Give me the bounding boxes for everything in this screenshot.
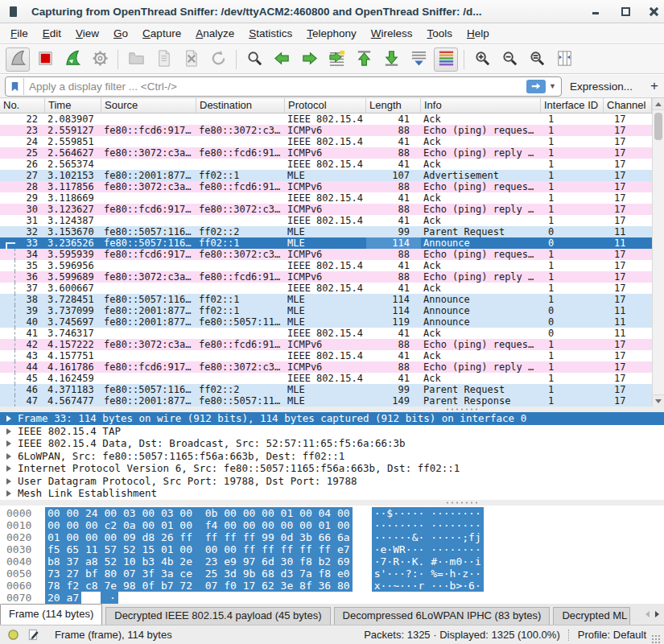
menu-item-tools[interactable]: Tools (420, 25, 460, 42)
detail-line[interactable]: IEEE 802.15.4 Data, Dst: Broadcast, Src:… (0, 437, 664, 450)
go-to-packet-button[interactable] (324, 47, 348, 72)
tab-scroll-left-icon[interactable] (642, 607, 652, 621)
apply-filter-button[interactable] (526, 80, 546, 93)
packet-row[interactable]: 373.600667IEEE 802.15.441Ack117 (0, 283, 664, 294)
packet-row[interactable]: 232.559127fe80::fcd6:917…fe80::3072:c3…I… (0, 125, 664, 136)
expander-icon[interactable] (6, 428, 11, 435)
menu-item-capture[interactable]: Capture (135, 25, 188, 42)
detail-line[interactable]: User Datagram Protocol, Src Port: 19788,… (0, 475, 664, 488)
menu-item-file[interactable]: File (3, 25, 35, 42)
packet-row[interactable]: 303.123627fe80::fcd6:917…fe80::3072:c3…I… (0, 204, 664, 215)
column-header-time[interactable]: Time (45, 98, 101, 113)
go-first-button[interactable] (352, 47, 376, 72)
packet-row[interactable]: 434.157751IEEE 802.15.441Ack117 (0, 350, 664, 361)
packet-row[interactable]: 273.102153fe80::2001:877…ff02::1MLE107Ad… (0, 170, 664, 181)
packet-row[interactable]: 424.157222fe80::3072:c3a…fe80::fcd6:91…I… (0, 339, 664, 350)
column-header-interface-id[interactable]: Interface ID (541, 98, 604, 113)
expression-button[interactable]: Expression... (570, 80, 633, 93)
scroll-down-button[interactable] (653, 394, 664, 407)
expert-info-icon[interactable] (6, 628, 20, 642)
capture-options-button[interactable] (88, 47, 112, 72)
filter-history-caret-icon[interactable]: ▼ (547, 82, 561, 90)
packet-row[interactable]: 252.564627fe80::3072:c3a…fe80::fcd6:91…I… (0, 147, 664, 159)
packet-row[interactable]: 222.083907IEEE 802.15.441Ack117 (0, 114, 664, 125)
hex-ascii[interactable]: ·e·WR··· ········ (372, 543, 484, 555)
byte-tab-3[interactable]: Decrypted ML (553, 607, 630, 625)
packet-row[interactable]: 293.118669IEEE 802.15.441Ack117 (0, 192, 664, 204)
scroll-thumb[interactable] (654, 113, 662, 140)
packet-row[interactable]: 444.161786fe80::fcd6:917…fe80::3072:c3…I… (0, 361, 664, 373)
hex-ascii[interactable]: ······&· ·····;fj (372, 531, 484, 543)
hex-bytes[interactable]: f5 65 11 57 52 15 01 00 00 00 ff ff ff f… (45, 543, 353, 555)
hex-bytes[interactable]: 20 a7 (45, 592, 81, 604)
packet-list-scrollbar[interactable] (652, 98, 664, 407)
detail-line[interactable]: Mesh Link Establishment (0, 487, 664, 500)
bookmark-icon[interactable] (6, 78, 24, 95)
hex-bytes[interactable]: 78 f2 c8 7e 98 0f b7 72 07 f0 17 62 3e 8… (45, 580, 353, 592)
hex-bytes[interactable]: b8 37 a8 52 10 b3 4b 2e 23 e9 97 6d 30 f… (45, 555, 353, 568)
menu-item-statistics[interactable]: Statistics (241, 25, 299, 42)
detail-line[interactable]: IEEE 802.15.4 TAP (0, 425, 664, 438)
expander-icon[interactable] (6, 465, 11, 472)
packet-row[interactable]: 383.728451fe80::5057:116…ff02::1MLE114An… (0, 294, 664, 305)
packet-row[interactable]: 413.746317IEEE 802.15.441Ack011 (0, 328, 664, 339)
stop-capture-button[interactable] (33, 47, 57, 72)
packet-row[interactable]: 242.559851IEEE 802.15.441Ack117 (0, 136, 664, 147)
expander-icon[interactable] (6, 440, 11, 447)
packet-row[interactable]: 464.371183fe80::5057:116…ff02::2MLE99Par… (0, 384, 664, 395)
byte-tab-2[interactable]: Decompressed 6LoWPAN IPHC (83 bytes) (334, 607, 551, 625)
column-header-protocol[interactable]: Protocol (285, 98, 366, 113)
hex-ascii[interactable]: ··$····· ········ (372, 507, 484, 519)
expander-icon[interactable] (6, 415, 11, 422)
go-back-button[interactable] (270, 47, 294, 72)
packet-row[interactable]: 474.567477fe80::2001:877…fe80::5057:11…M… (0, 395, 664, 407)
menu-item-analyze[interactable]: Analyze (188, 25, 241, 42)
status-profile[interactable]: Profile: Default (578, 629, 646, 641)
menu-item-wireless[interactable]: Wireless (364, 25, 420, 42)
hex-ascii[interactable]: · (101, 592, 118, 604)
find-packet-button[interactable] (242, 47, 266, 72)
resize-grip[interactable] (651, 634, 661, 644)
add-filter-button[interactable]: + (645, 78, 663, 94)
menu-item-go[interactable]: Go (106, 25, 135, 42)
restart-capture-button[interactable] (60, 47, 85, 72)
resize-columns-button[interactable] (552, 47, 576, 72)
details-bytes-splitter[interactable] (0, 500, 664, 506)
maximize-button[interactable] (621, 6, 630, 16)
start-capture-button[interactable] (6, 47, 30, 72)
packet-row[interactable]: 363.599689fe80::3072:c3a…fe80::fcd6:91…I… (0, 271, 664, 283)
hex-bytes[interactable]: 00 00 00 c2 0a 00 01 00 f4 00 00 00 00 0… (45, 519, 353, 531)
column-header-no[interactable]: No. (0, 98, 45, 113)
byte-tab-1[interactable]: Decrypted IEEE 802.15.4 payload (45 byte… (105, 607, 330, 625)
hex-ascii[interactable]: s'···?:· %=·h·z·· (372, 568, 484, 580)
menu-item-view[interactable]: View (68, 25, 106, 42)
expander-icon[interactable] (6, 453, 11, 460)
packet-row[interactable]: 262.565374IEEE 802.15.441Ack117 (0, 159, 664, 170)
expander-icon[interactable] (6, 490, 11, 497)
go-last-button[interactable] (379, 47, 403, 72)
packet-row[interactable]: 333.236526fe80::5057:116…ff02::1MLE114An… (0, 237, 664, 249)
column-header-source[interactable]: Source (101, 98, 196, 113)
display-filter-input[interactable] (24, 80, 526, 93)
go-forward-button[interactable] (297, 47, 321, 72)
packet-row[interactable]: 343.595939fe80::fcd6:917…fe80::3072:c3…I… (0, 249, 664, 260)
hex-bytes[interactable]: 01 00 00 00 09 d8 26 ff ff ff ff 99 0d 3… (45, 531, 353, 543)
hex-ascii[interactable]: x··~···r ···b>·6· (372, 580, 484, 592)
detail-line[interactable]: 6LoWPAN, Src: fe80::5057:1165:f56a:663b,… (0, 450, 664, 463)
byte-tab-0[interactable]: Frame (114 bytes) (0, 604, 102, 625)
menu-item-telephony[interactable]: Telephony (299, 25, 364, 42)
hex-bytes[interactable]: 73 27 bf 80 07 3f 3a ce 25 3d 9b 68 d3 7… (45, 568, 353, 580)
hex-ascii[interactable]: ········ ········ (372, 519, 484, 531)
zoom-out-button[interactable] (497, 47, 522, 72)
minimize-button[interactable] (592, 6, 601, 16)
packet-row[interactable]: 353.596956IEEE 802.15.441Ack117 (0, 260, 664, 271)
expander-icon[interactable] (6, 478, 11, 485)
zoom-reset-button[interactable] (525, 47, 549, 72)
list-details-splitter[interactable] (0, 407, 664, 412)
column-header-info[interactable]: Info (421, 98, 541, 113)
detail-line[interactable]: Frame 33: 114 bytes on wire (912 bits), … (0, 412, 664, 425)
column-header-channel[interactable]: Channel (604, 98, 652, 113)
hex-bytes[interactable]: 00 00 24 00 03 00 03 00 0b 00 00 00 01 0… (45, 507, 353, 519)
menu-item-edit[interactable]: Edit (35, 25, 68, 42)
packet-row[interactable]: 454.162459IEEE 802.15.441Ack117 (0, 373, 664, 384)
